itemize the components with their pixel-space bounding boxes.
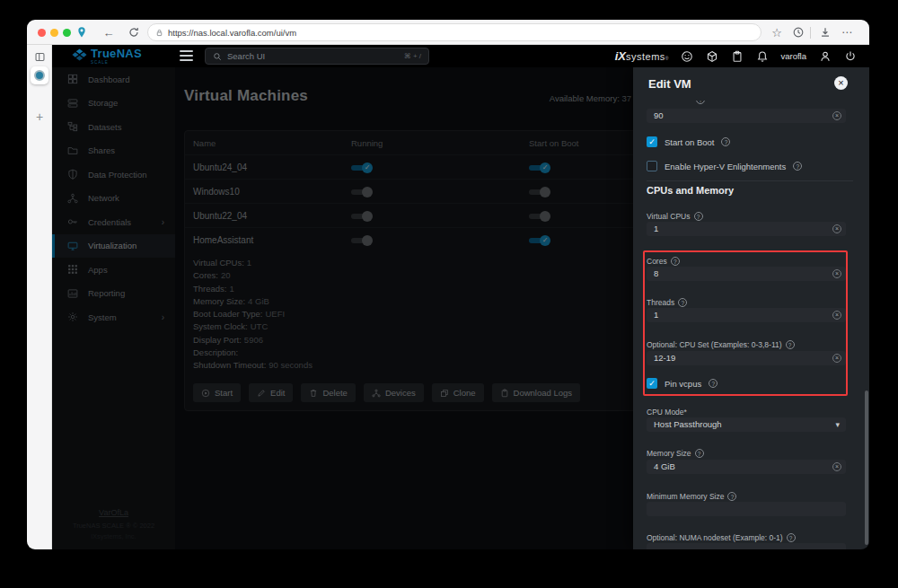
truenas-edition-text: SCALE — [91, 60, 142, 65]
alerts-bell-icon[interactable] — [755, 49, 769, 63]
start-on-boot-row: ✓ Start on Boot ? — [647, 136, 730, 147]
close-window-button[interactable] — [38, 29, 46, 37]
power-icon[interactable] — [843, 49, 857, 63]
highlight-annotation-box — [643, 250, 848, 396]
jobs-clipboard-icon[interactable] — [730, 49, 744, 63]
edit-vm-panel: Edit VM × ? 90 × ✓ Start on Boot ? — [633, 67, 869, 549]
back-button[interactable]: ← — [101, 24, 117, 40]
chevron-down-icon: ▾ — [835, 417, 840, 432]
truenas-favicon — [34, 70, 45, 81]
reload-button[interactable] — [126, 24, 142, 40]
feedback-smiley-icon[interactable] — [680, 49, 693, 63]
url-text[interactable]: https://nas.local.varofla.com/ui/vm — [168, 28, 296, 38]
ixsystems-logo[interactable]: iXsystems® — [615, 49, 669, 63]
active-tab-favicon[interactable] — [31, 66, 48, 84]
truenas-logo-icon — [72, 48, 87, 62]
location-pin-icon[interactable] — [74, 24, 90, 40]
sidebar-toggle-icon[interactable] — [180, 50, 193, 61]
zoom-window-button[interactable] — [63, 29, 71, 37]
header-actions: iXsystems® varofla — [615, 45, 857, 67]
virtual-cpus-field[interactable]: 1 × — [647, 222, 846, 236]
search-shortcut-hint: ⌘ + / — [404, 52, 421, 60]
numa-nodeset-label: Optional: NUMA nodeset (Example: 0-1)? — [647, 532, 796, 542]
tab-strip: + — [27, 45, 52, 549]
close-icon[interactable]: × — [834, 76, 848, 90]
new-tab-button[interactable]: + — [31, 108, 48, 126]
desktop: ← https://nas.local.varofla.com/ui/vm ☆ … — [0, 0, 898, 588]
clear-field-icon[interactable]: × — [832, 462, 841, 471]
toolbar-divider — [810, 27, 811, 39]
memory-size-field[interactable]: 4 GiB × — [647, 460, 846, 474]
app-header: TrueNAS SCALE Search UI ⌘ + / iXsystems® — [52, 45, 869, 67]
help-icon[interactable]: ? — [787, 533, 796, 542]
browser-menu-icon[interactable]: ⋯ — [839, 24, 855, 40]
truecommand-icon[interactable] — [705, 49, 718, 63]
clear-field-icon[interactable]: × — [832, 224, 841, 233]
panel-scrollbar[interactable] — [865, 391, 868, 545]
clear-field-icon[interactable]: × — [832, 111, 841, 120]
global-search-input[interactable]: Search UI ⌘ + / — [205, 48, 429, 65]
min-memory-size-field[interactable] — [647, 502, 846, 516]
minimize-window-button[interactable] — [50, 29, 58, 37]
cpu-mode-label: CPU Mode* — [647, 407, 687, 417]
search-icon — [213, 52, 222, 61]
browser-toolbar: ← https://nas.local.varofla.com/ui/vm ☆ … — [27, 20, 869, 45]
truenas-logo-text: TrueNAS — [91, 48, 142, 60]
downloads-icon[interactable] — [817, 24, 833, 40]
tabs-overview-icon[interactable] — [31, 48, 48, 66]
help-icon[interactable]: ? — [696, 101, 705, 104]
url-bar[interactable]: https://nas.local.varofla.com/ui/vm — [147, 23, 762, 41]
username-label: varofla — [780, 51, 806, 61]
panel-title: Edit VM — [648, 77, 691, 91]
user-account-icon[interactable] — [818, 49, 832, 63]
shutdown-timeout-field[interactable]: 90 × — [647, 109, 846, 123]
bookmark-star-icon[interactable]: ☆ — [769, 24, 785, 40]
help-icon[interactable]: ? — [695, 449, 704, 458]
help-icon[interactable]: ? — [727, 492, 736, 501]
help-icon[interactable]: ? — [793, 162, 802, 171]
browser-window: ← https://nas.local.varofla.com/ui/vm ☆ … — [27, 20, 869, 549]
lock-icon — [155, 29, 163, 37]
hyperv-checkbox[interactable] — [647, 161, 657, 171]
search-placeholder: Search UI — [227, 51, 399, 61]
history-icon[interactable] — [790, 24, 806, 40]
start-on-boot-checkbox[interactable]: ✓ — [647, 136, 657, 147]
memory-size-label: Memory Size? — [647, 448, 704, 458]
section-title: CPUs and Memory — [647, 185, 734, 196]
help-icon[interactable]: ? — [721, 137, 730, 146]
truenas-logo[interactable]: TrueNAS SCALE — [72, 48, 142, 65]
app-body: Dashboard Storage Datasets Shares — [52, 67, 869, 549]
section-divider — [647, 180, 853, 181]
truenas-app: TrueNAS SCALE Search UI ⌘ + / iXsystems® — [52, 45, 869, 549]
help-icon[interactable]: ? — [694, 212, 703, 221]
hyperv-row: Enable Hyper-V Enlightenments ? — [647, 161, 802, 171]
panel-scroll-area[interactable]: ? 90 × ✓ Start on Boot ? Enable Hy — [633, 101, 869, 549]
min-memory-size-label: Minimum Memory Size? — [647, 491, 736, 501]
numa-nodeset-field[interactable] — [647, 543, 846, 549]
virtual-cpus-label: Virtual CPUs? — [647, 211, 703, 221]
cpu-mode-select[interactable]: Host Passthrough ▾ — [647, 417, 846, 432]
